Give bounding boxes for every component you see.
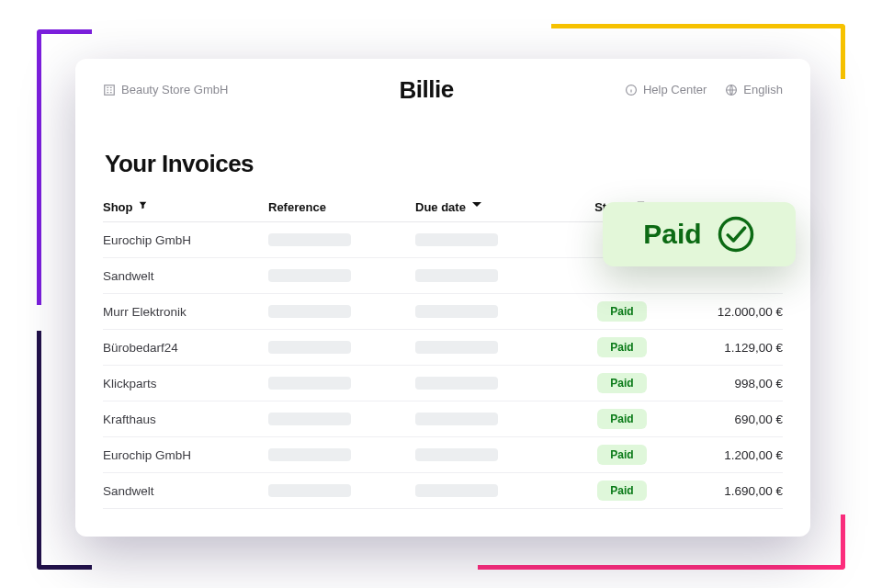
placeholder-pill xyxy=(415,484,498,497)
cell-amount: 1.200,00 € xyxy=(682,448,783,462)
cell-shop: Sandwelt xyxy=(103,484,268,498)
table-row[interactable]: SandweltPaid1.690,00 € xyxy=(103,473,783,509)
placeholder-pill xyxy=(415,448,498,461)
cell-shop: Murr Elektronik xyxy=(103,305,268,319)
cell-due-date xyxy=(415,448,562,461)
globe-icon xyxy=(725,84,738,96)
cell-shop: Klickparts xyxy=(103,377,268,390)
table-row[interactable]: KrafthausPaid690,00 € xyxy=(103,401,783,437)
cell-shop: Krafthaus xyxy=(103,413,268,426)
col-reference[interactable]: Reference xyxy=(268,200,415,214)
help-center-link[interactable]: Help Center xyxy=(625,83,707,96)
cell-shop: Eurochip GmbH xyxy=(103,448,268,462)
placeholder-pill xyxy=(415,305,498,318)
placeholder-pill xyxy=(268,448,351,461)
status-badge: Paid xyxy=(597,481,646,501)
placeholder-pill xyxy=(268,341,351,354)
cell-shop: Sandwelt xyxy=(103,269,268,283)
company-name: Beauty Store GmbH xyxy=(121,83,228,96)
page-title: Your Invoices xyxy=(105,150,783,178)
cell-shop: Bürobedarf24 xyxy=(103,341,268,355)
placeholder-pill xyxy=(268,413,351,425)
table-row[interactable]: Murr ElektronikPaid12.000,00 € xyxy=(103,294,783,330)
placeholder-pill xyxy=(415,269,498,282)
cell-shop: Eurochip GmbH xyxy=(103,233,268,247)
cell-status: Paid xyxy=(562,481,682,501)
paid-callout: Paid xyxy=(603,202,796,266)
cell-amount: 1.690,00 € xyxy=(682,484,783,498)
placeholder-pill xyxy=(415,413,498,425)
brand-logo: Billie xyxy=(400,75,454,104)
col-shop[interactable]: Shop xyxy=(103,200,268,214)
cell-due-date xyxy=(415,269,562,282)
cell-status: Paid xyxy=(562,445,682,465)
svg-point-3 xyxy=(719,219,752,251)
cell-due-date xyxy=(415,413,562,425)
cell-reference xyxy=(268,269,415,282)
cell-due-date xyxy=(415,233,562,246)
cell-reference xyxy=(268,377,415,390)
svg-rect-0 xyxy=(105,85,115,95)
paid-callout-label: Paid xyxy=(643,219,701,250)
table-row[interactable]: KlickpartsPaid998,00 € xyxy=(103,366,783,401)
company-selector[interactable]: Beauty Store GmbH xyxy=(103,83,228,96)
cell-amount: 1.129,00 € xyxy=(682,341,783,355)
cell-reference xyxy=(268,413,415,425)
language-label: English xyxy=(743,83,783,96)
cell-due-date xyxy=(415,341,562,354)
cell-amount: 12.000,00 € xyxy=(682,305,783,319)
cell-status: Paid xyxy=(562,409,682,429)
cell-status: Paid xyxy=(562,266,682,286)
status-badge: Paid xyxy=(597,337,646,357)
placeholder-pill xyxy=(415,233,498,246)
filter-icon xyxy=(139,201,152,214)
placeholder-pill xyxy=(268,233,351,246)
status-badge: Paid xyxy=(597,409,646,429)
cell-reference xyxy=(268,305,415,318)
table-row[interactable]: Bürobedarf24Paid1.129,00 € xyxy=(103,330,783,366)
language-selector[interactable]: English xyxy=(725,83,783,96)
cell-due-date xyxy=(415,484,562,497)
placeholder-pill xyxy=(268,377,351,390)
placeholder-pill xyxy=(415,377,498,390)
col-due-date[interactable]: Due date xyxy=(415,200,562,214)
placeholder-pill xyxy=(268,305,351,318)
table-row[interactable]: Eurochip GmbHPaid1.200,00 € xyxy=(103,437,783,473)
app-card: Beauty Store GmbH Billie Help Center xyxy=(75,59,810,537)
cell-reference xyxy=(268,484,415,497)
info-icon xyxy=(625,84,638,96)
col-shop-label: Shop xyxy=(103,200,133,214)
checkmark-circle-icon xyxy=(717,215,755,254)
cell-status: Paid xyxy=(562,337,682,357)
cell-status: Paid xyxy=(562,373,682,393)
cell-due-date xyxy=(415,305,562,318)
cell-amount: 690,00 € xyxy=(682,413,783,426)
col-due-label: Due date xyxy=(415,200,466,214)
status-badge: Paid xyxy=(597,445,646,465)
placeholder-pill xyxy=(415,341,498,354)
building-icon xyxy=(103,84,116,96)
help-center-label: Help Center xyxy=(643,83,707,96)
col-reference-label: Reference xyxy=(268,200,326,214)
cell-reference xyxy=(268,341,415,354)
cell-reference xyxy=(268,233,415,246)
brand-text: illie xyxy=(416,75,454,103)
cell-due-date xyxy=(415,377,562,390)
sort-desc-icon xyxy=(471,201,484,214)
status-badge: Paid xyxy=(597,373,646,393)
cell-amount: 998,00 € xyxy=(682,377,783,390)
placeholder-pill xyxy=(268,269,351,282)
status-badge: Paid xyxy=(597,301,646,322)
topbar: Beauty Store GmbH Billie Help Center xyxy=(75,59,810,113)
placeholder-pill xyxy=(268,484,351,497)
cell-status: Paid xyxy=(562,301,682,322)
cell-reference xyxy=(268,448,415,461)
